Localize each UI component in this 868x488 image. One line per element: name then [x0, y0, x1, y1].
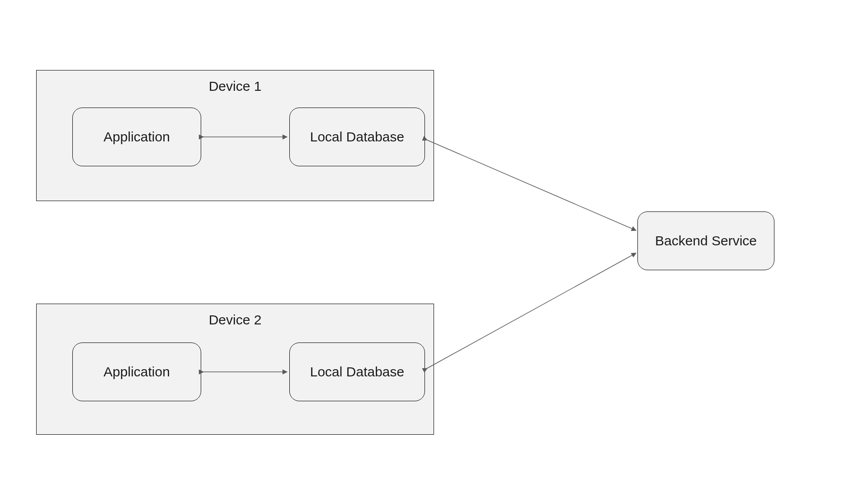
device-2-local-database: Local Database — [289, 343, 425, 401]
connector-db2-backend — [427, 253, 636, 368]
backend-service: Backend Service — [637, 211, 774, 270]
device-1-application: Application — [72, 108, 201, 166]
device-2-title: Device 2 — [37, 312, 434, 328]
device-2-application: Application — [72, 343, 201, 401]
device-1-title: Device 1 — [37, 79, 434, 94]
connector-db1-backend — [427, 140, 636, 230]
device-1-local-database: Local Database — [289, 108, 425, 166]
architecture-diagram: Device 1 Application Local Database Devi… — [0, 0, 868, 488]
